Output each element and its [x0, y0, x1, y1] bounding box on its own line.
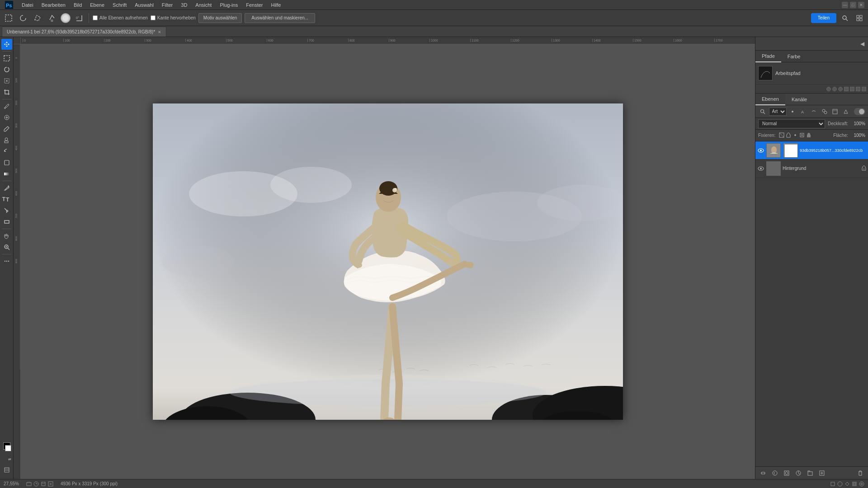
object-selection-tool[interactable] — [1, 75, 12, 86]
link-layers-icon[interactable] — [758, 468, 768, 478]
stamp-tool[interactable] — [1, 135, 12, 145]
layer-panel-dot-7[interactable] — [862, 87, 866, 91]
menu-hilfe[interactable]: Hilfe — [267, 1, 284, 9]
eyedropper-tool[interactable] — [1, 101, 12, 112]
color-picker-area[interactable]: ⇄ — [1, 442, 12, 462]
menu-3d[interactable]: 3D — [177, 1, 191, 9]
panel-collapse-icon[interactable]: ◀ — [860, 41, 864, 47]
history-brush-tool[interactable] — [1, 146, 12, 157]
svg-rect-110 — [854, 483, 855, 485]
opacity-value[interactable]: 100% — [851, 121, 865, 126]
canvas-scroll[interactable] — [21, 44, 755, 479]
layer-panel-dot-5[interactable] — [850, 87, 854, 91]
filter-smart-icon[interactable] — [841, 107, 850, 117]
document-tab[interactable]: Unbenannt-1 bei 27,6% (93db395218b057271… — [2, 27, 166, 37]
layer-panel-dot-2[interactable] — [832, 87, 837, 91]
menu-ansicht[interactable]: Ansicht — [192, 1, 215, 9]
background-color[interactable] — [5, 445, 11, 451]
maximize-button[interactable]: □ — [850, 2, 856, 8]
angle-icon[interactable]: 0° — [73, 12, 85, 24]
layer-name-0[interactable]: 93db395218b057...330cfde8922cb — [800, 148, 866, 153]
text-tool[interactable]: T T — [1, 194, 12, 205]
spot-healing-tool[interactable] — [1, 112, 12, 123]
layer-name-1[interactable]: Hintergrund — [783, 166, 860, 171]
tab-close-button[interactable]: ✕ — [158, 30, 161, 34]
layer-panel-dot-1[interactable] — [826, 87, 831, 91]
kante-hervorheben-checkbox[interactable]: Kante hervorheben — [151, 15, 196, 20]
path-selection-tool[interactable] — [1, 205, 12, 216]
motiv-auswaehlen-button[interactable]: Motiv auswählen — [198, 13, 242, 23]
layer-row-1[interactable]: Hintergrund — [755, 160, 868, 178]
panel-bottom-toolbar: f — [755, 466, 868, 479]
layer-row-0[interactable]: 93db395218b057...330cfde8922cb — [755, 141, 868, 160]
lock-all-icon[interactable] — [806, 132, 811, 139]
tab-kanaele[interactable]: Kanäle — [785, 94, 813, 105]
blend-mode-select[interactable]: Normal — [758, 119, 825, 128]
gradient-tool[interactable] — [1, 169, 12, 179]
edit-toolbar-button[interactable] — [1, 465, 12, 475]
menu-fenster[interactable]: Fenster — [242, 1, 266, 9]
tab-pfade[interactable]: Pfade — [755, 51, 781, 62]
share-button[interactable]: Teilen — [811, 13, 836, 23]
color-swatch[interactable] — [61, 13, 71, 23]
layer-panel-dot-4[interactable] — [844, 87, 849, 91]
filter-mode-icon[interactable] — [820, 107, 829, 117]
auswaehlen-maskieren-button[interactable]: Auswählen und maskieren... — [245, 13, 315, 23]
alle-ebenen-checkbox[interactable]: Alle Ebenen aufnehmen — [93, 15, 148, 20]
filter-type-select[interactable]: Art — [769, 108, 787, 116]
search-icon[interactable] — [839, 12, 851, 24]
tab-ebenen[interactable]: Ebenen — [755, 94, 785, 105]
add-layer-mask-icon[interactable] — [782, 468, 792, 478]
minimize-button[interactable]: — — [842, 2, 848, 8]
menu-bearbeiten[interactable]: Bearbeiten — [38, 1, 69, 9]
layer-panel-dot-3[interactable] — [838, 87, 843, 91]
filter-toggle-icon[interactable] — [854, 108, 865, 115]
menu-ebene[interactable]: Ebene — [86, 1, 108, 9]
selection-marquee-icon[interactable] — [3, 12, 14, 24]
filter-name-icon[interactable]: A — [799, 107, 808, 117]
arrange-icon[interactable] — [854, 12, 865, 24]
rectangular-marquee-tool[interactable] — [1, 53, 12, 64]
menu-bild[interactable]: Bild — [70, 1, 85, 9]
tab-farbe[interactable]: Farbe — [781, 51, 807, 62]
layer-panel-dot-6[interactable] — [856, 87, 860, 91]
move-tool[interactable] — [1, 39, 12, 50]
filter-effect-icon[interactable] — [810, 107, 819, 117]
menu-schrift[interactable]: Schrift — [109, 1, 130, 9]
flaeche-value[interactable]: 100% — [851, 133, 865, 138]
zoom-tool[interactable] — [1, 242, 12, 253]
filter-kind-icon[interactable] — [788, 107, 797, 117]
polygonal-lasso-icon[interactable] — [32, 12, 43, 24]
swap-colors-icon[interactable]: ⇄ — [8, 457, 11, 461]
layer-visibility-1[interactable] — [757, 165, 764, 172]
lock-artboard-icon[interactable] — [799, 132, 805, 139]
add-layer-style-icon[interactable]: f — [770, 468, 780, 478]
brush-tool[interactable] — [1, 123, 12, 134]
menu-datei[interactable]: Datei — [18, 1, 37, 9]
search-layers-icon[interactable] — [758, 107, 767, 117]
menu-auswahl[interactable]: Auswahl — [131, 1, 157, 9]
svg-rect-2 — [5, 15, 12, 21]
lock-transparent-icon[interactable] — [779, 132, 784, 139]
layers-panel-header — [755, 84, 868, 94]
new-layer-icon[interactable] — [817, 468, 827, 478]
menu-plugins[interactable]: Plug-ins — [216, 1, 241, 9]
lock-image-icon[interactable] — [786, 132, 791, 139]
menu-filter[interactable]: Filter — [158, 1, 176, 9]
new-adjustment-layer-icon[interactable] — [793, 468, 803, 478]
lasso-icon[interactable] — [17, 12, 29, 24]
hand-tool[interactable] — [1, 230, 12, 241]
rectangle-shape-tool[interactable] — [1, 216, 12, 227]
pen-tool[interactable] — [1, 183, 12, 193]
layer-visibility-0[interactable] — [757, 147, 764, 154]
close-button[interactable]: ✕ — [858, 2, 864, 8]
magnetic-lasso-icon[interactable] — [46, 12, 58, 24]
crop-tool[interactable] — [1, 87, 12, 98]
delete-layer-icon[interactable] — [855, 468, 865, 478]
more-tools-button[interactable] — [1, 256, 12, 267]
filter-color-icon[interactable] — [831, 107, 840, 117]
eraser-tool[interactable] — [1, 157, 12, 168]
new-layer-group-icon[interactable] — [805, 468, 815, 478]
lasso-tool[interactable] — [1, 64, 12, 75]
lock-position-icon[interactable] — [793, 132, 798, 139]
